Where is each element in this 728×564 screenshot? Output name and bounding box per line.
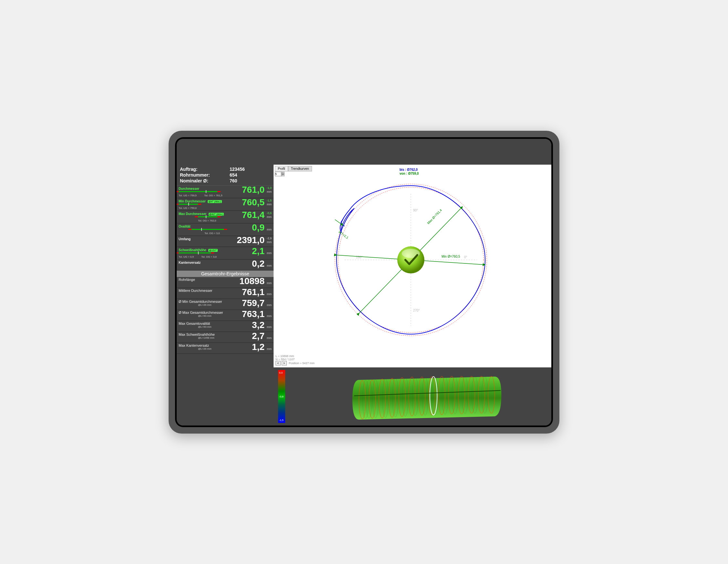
result-unit: mm (267, 303, 272, 307)
result-min-gesamt: Ø Min Gesamtdurchmesser @L=26 mm 759,7 m… (177, 299, 274, 310)
result-unit: mm (267, 292, 272, 296)
metric-dev: -1,5 (266, 199, 272, 202)
metric-angle: @157° (208, 249, 218, 252)
tol-ug: Tol. UG = 759,5 (179, 194, 197, 197)
result-max-gesamt: Ø Max Gesamtdurchmesser @L=93 mm 763,1 m… (177, 310, 274, 321)
result-unit: mm (267, 347, 272, 350)
profile-circle: 90° 180° 270° 0° Max Ø=761,4 (325, 174, 496, 345)
nominal-label: Nominaler Ø: (180, 178, 230, 184)
metric-unit: mm (267, 203, 272, 206)
tolerance-bar (198, 216, 217, 217)
result-value: 10898 (239, 277, 265, 286)
metric-min-durchmesser: Min Durchmesser @4° (Abs.) Tol. UG = 759… (177, 198, 274, 211)
deg90-label: 90° (413, 209, 418, 212)
metric-ovalitaet: Ovalität Tol. OG = 3,0 0,9 mm (177, 224, 274, 236)
metric-dev: -0,6 (266, 212, 272, 215)
tol-og: Tol. OG = 3,0 (204, 232, 220, 235)
result-value: 1,2 (252, 342, 265, 352)
metric-label: Kantenversatz (179, 261, 201, 265)
metric-umfang: Umfang 2391,0 -2,9 mm (177, 236, 274, 247)
tol-ug: Tol. UG = 0,5 (179, 256, 194, 258)
metric-dev: -1,0 (266, 186, 272, 190)
metric-label: Durchmesser (179, 187, 199, 191)
result-max-ovalitaet: Max Gesamtovalität @L=93 mm 3,2 mm (177, 321, 274, 332)
tol-og: Tol. OG = 761,5 (204, 194, 222, 197)
tolerance-bar (179, 253, 211, 254)
metric-angle: @42° (Abs.) (209, 213, 224, 216)
deg0-label: 0° (464, 256, 467, 259)
status-pos: Position = 5427 mm (289, 361, 315, 365)
metric-unit: mm (267, 264, 272, 267)
result-max-kanten: Max Kantenversatz @L=26 mm 1,2 mm (177, 343, 274, 354)
pipe-panel: 0,0 -0,8 -1,5 (274, 367, 551, 425)
metric-label: Min Durchmesser (179, 200, 206, 203)
tab-bar: Profil Trendkurven (275, 166, 312, 172)
tablet-frame: Auftrag:123456 Rohrnummer:654 Nominaler … (169, 131, 559, 433)
rohrnummer-label: Rohrnummer: (180, 172, 230, 178)
next-button[interactable]: > (282, 361, 287, 365)
tolerance-bar (192, 229, 224, 230)
metric-value: 2391,0 (237, 235, 265, 245)
result-rohrlaenge: Rohrlänge 10898 mm (177, 277, 274, 288)
job-header: Auftrag:123456 Rohrnummer:654 Nominaler … (177, 165, 274, 186)
tol-og: Tol. OG = 762,0 (198, 219, 216, 222)
metric-label: Umfang (179, 237, 191, 241)
result-value: 759,7 (242, 298, 265, 308)
spinner-up-icon[interactable]: ▲ (281, 172, 285, 174)
result-value: 2,7 (252, 331, 265, 341)
legend-mid: -0,8 (279, 395, 284, 398)
rohrnummer-value: 654 (230, 172, 270, 178)
status-info: L = 10898 mm N = 554 / 1107 < > Position… (276, 354, 315, 365)
result-max-schweiss: Max Schweißnahthöhe @L=1458 mm 2,7 mm (177, 332, 274, 343)
metric-label: Ovalität (179, 225, 191, 228)
deg270-label: 270° (413, 308, 420, 312)
result-value: 3,2 (252, 320, 265, 330)
metric-label: Schweißnahthöhe (179, 248, 206, 252)
status-n: N = 554 / 1107 (276, 358, 315, 361)
metric-value: 0,9 (252, 223, 265, 233)
metric-unit: mm (267, 241, 272, 244)
legend-top: 0,0 (279, 371, 283, 374)
profile-panel: Profil Trendkurven ▲ ▼ bis : Ø762,0 von … (274, 165, 551, 367)
deg180-label: 180° (356, 256, 363, 259)
prev-button[interactable]: < (276, 361, 281, 365)
metric-value: 0,2 (252, 259, 265, 269)
metric-dev: -2,9 (266, 237, 272, 240)
metric-kantenversatz: Kantenversatz 0,2 mm (177, 260, 274, 271)
result-unit: mm (267, 282, 272, 285)
metric-unit: mm (267, 215, 272, 219)
app-screen: Auftrag:123456 Rohrnummer:654 Nominaler … (177, 139, 551, 425)
max-diameter-label: Max Ø=761,4 (427, 208, 443, 225)
metric-schweissnaht: Schweißnahthöhe @157° Tol. UG = 0,5 Tol.… (177, 247, 274, 260)
metric-value: 761,4 (242, 210, 265, 220)
main-spacer (274, 139, 551, 165)
tab-profil[interactable]: Profil (275, 166, 288, 172)
auftrag-label: Auftrag: (180, 166, 230, 172)
tol-og: Tol. OG = 3,0 (201, 256, 216, 258)
color-legend: 0,0 -0,8 -1,5 (278, 370, 285, 423)
spinner-down-icon[interactable]: ▼ (281, 174, 285, 176)
tolerance-bar (179, 204, 198, 205)
auftrag-value: 123456 (230, 166, 270, 172)
metric-max-durchmesser: Max Durchmesser @42° (Abs.) Tol. OG = 76… (177, 211, 274, 224)
min-diameter-label: Min Ø=760,5 (442, 255, 460, 258)
metric-durchmesser: Durchmesser Tol. UG = 759,5 Tol. OG = 76… (177, 186, 274, 198)
metric-value: 2,1 (252, 246, 265, 256)
metric-unit: mm (267, 228, 272, 231)
bis-label: bis : Ø762,0 (400, 168, 418, 172)
metric-value: 760,5 (242, 198, 265, 207)
wt-label: WT=2,1 (338, 230, 349, 240)
sidebar: Auftrag:123456 Rohrnummer:654 Nominaler … (177, 139, 274, 425)
metric-unit: mm (267, 252, 272, 255)
nominal-value: 760 (230, 178, 270, 184)
tab-trendkurven[interactable]: Trendkurven (288, 166, 312, 172)
main-area: Profil Trendkurven ▲ ▼ bis : Ø762,0 von … (274, 139, 551, 425)
status-l: L = 10898 mm (276, 354, 315, 358)
metric-angle: @4° (Abs.) (208, 200, 222, 203)
spinner-input[interactable] (275, 172, 281, 176)
tolerance-bar (179, 191, 217, 192)
metric-label: Max Durchmesser (179, 212, 206, 216)
pipe-3d-view[interactable] (288, 370, 549, 423)
result-value: 761,1 (242, 287, 265, 297)
metric-value: 761,0 (242, 185, 265, 195)
